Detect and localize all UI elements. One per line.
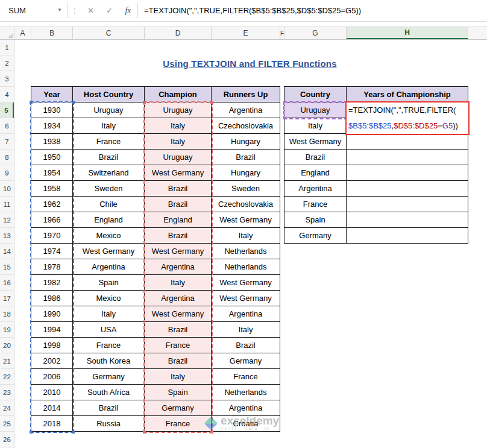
row-header-5[interactable]: 5 (0, 103, 14, 118)
cell-D20[interactable]: France (145, 338, 212, 353)
cell-D13[interactable]: Brazil (145, 228, 212, 244)
cell-B8[interactable]: 1950 (31, 150, 73, 165)
cell-E10[interactable]: Sweden (212, 181, 280, 197)
cell-G7[interactable]: West Germany (284, 134, 347, 150)
cell-E6[interactable]: Czechoslovakia (212, 118, 280, 134)
row-header-19[interactable]: 19 (0, 322, 14, 338)
name-box-dropdown-icon[interactable]: ▼ (57, 7, 62, 13)
cell-B17[interactable]: 1986 (31, 291, 73, 306)
row-header-14[interactable]: 14 (0, 244, 14, 259)
cell-C16[interactable]: Spain (73, 275, 145, 291)
row-header-18[interactable]: 18 (0, 306, 14, 322)
formula-input[interactable]: =TEXTJOIN(",",TRUE,FILTER($B$5:$B$25,$D$… (138, 0, 487, 21)
cell-C25[interactable]: Russia (73, 416, 145, 432)
cell-C23[interactable]: South Africa (73, 385, 145, 400)
column-header-G[interactable]: G (284, 27, 347, 39)
row-header-9[interactable]: 9 (0, 165, 14, 181)
cell-E9[interactable]: Hungary (212, 165, 280, 181)
cell-C6[interactable]: Italy (73, 118, 145, 134)
row-header-4[interactable]: 4 (0, 87, 14, 103)
cell-D6[interactable]: Italy (145, 118, 212, 134)
cell-D11[interactable]: Brazil (145, 197, 212, 212)
cell-G9[interactable]: England (284, 165, 347, 181)
cell-H8[interactable] (347, 150, 468, 165)
row-header-10[interactable]: 10 (0, 181, 14, 197)
cell-E23[interactable]: Netherlands (212, 385, 280, 400)
cell-E19[interactable]: Italy (212, 322, 280, 338)
row-header-23[interactable]: 23 (0, 385, 14, 400)
worksheet-title[interactable]: Using TEXTJOIN and FILTER Functions (31, 55, 468, 71)
cell-D17[interactable]: Argentina (145, 291, 212, 306)
cell-D23[interactable]: Spain (145, 385, 212, 400)
row-header-12[interactable]: 12 (0, 212, 14, 228)
cell-E12[interactable]: West Germany (212, 212, 280, 228)
row-header-2[interactable]: 2 (0, 55, 14, 71)
cell-C20[interactable]: France (73, 338, 145, 353)
cell-B20[interactable]: 1998 (31, 338, 73, 353)
cell-G13[interactable]: Germany (284, 228, 347, 244)
column-header-H[interactable]: H (347, 27, 468, 39)
cell-B21[interactable]: 2002 (31, 353, 73, 369)
cell-E16[interactable]: West Germany (212, 275, 280, 291)
cell-B19[interactable]: 1994 (31, 322, 73, 338)
cell-C24[interactable]: Brazil (73, 400, 145, 416)
column-header-B[interactable]: B (31, 27, 73, 39)
row-header-24[interactable]: 24 (0, 400, 14, 416)
cell-E20[interactable]: Brazil (212, 338, 280, 353)
cell-H7[interactable] (347, 134, 468, 150)
cell-E18[interactable]: Argentina (212, 306, 280, 322)
cell-C14[interactable]: West Germany (73, 244, 145, 259)
main-table-header-runners-up[interactable]: Runners Up (212, 87, 280, 103)
cell-D19[interactable]: Brazil (145, 322, 212, 338)
cell-E15[interactable]: Netherlands (212, 259, 280, 275)
cell-D7[interactable]: Italy (145, 134, 212, 150)
cell-E7[interactable]: Hungary (212, 134, 280, 150)
cell-E21[interactable]: Germany (212, 353, 280, 369)
cell-C13[interactable]: Mexico (73, 228, 145, 244)
cell-C5[interactable]: Uruguay (73, 103, 145, 118)
cell-C19[interactable]: USA (73, 322, 145, 338)
cell-H9[interactable] (347, 165, 468, 181)
cell-H12[interactable] (347, 212, 468, 228)
cell-B10[interactable]: 1958 (31, 181, 73, 197)
cell-H11[interactable] (347, 197, 468, 212)
row-header-6[interactable]: 6 (0, 118, 14, 134)
cell-B12[interactable]: 1966 (31, 212, 73, 228)
cell-E22[interactable]: France (212, 369, 280, 385)
cell-G10[interactable]: Argentina (284, 181, 347, 197)
cell-G12[interactable]: Spain (284, 212, 347, 228)
cell-C8[interactable]: Brazil (73, 150, 145, 165)
cell-D12[interactable]: England (145, 212, 212, 228)
cell-C9[interactable]: Switzerland (73, 165, 145, 181)
cell-D18[interactable]: West Germany (145, 306, 212, 322)
column-header-E[interactable]: E (212, 27, 280, 39)
enter-button[interactable]: ✓ (100, 0, 119, 21)
name-box[interactable]: SUM ▼ (0, 0, 68, 21)
cell-C15[interactable]: Argentina (73, 259, 145, 275)
cell-C17[interactable]: Mexico (73, 291, 145, 306)
result-table-header-years[interactable]: Years of Championship (347, 87, 468, 103)
cell-H10[interactable] (347, 181, 468, 197)
cell-D22[interactable]: Italy (145, 369, 212, 385)
cell-E14[interactable]: Netherlands (212, 244, 280, 259)
cell-C7[interactable]: France (73, 134, 145, 150)
cell-G6[interactable]: Italy (284, 118, 347, 134)
cell-B18[interactable]: 1990 (31, 306, 73, 322)
cell-B25[interactable]: 2018 (31, 416, 73, 432)
cell-C21[interactable]: South Korea (73, 353, 145, 369)
column-header-C[interactable]: C (73, 27, 145, 39)
cell-C22[interactable]: Germany (73, 369, 145, 385)
row-header-11[interactable]: 11 (0, 197, 14, 212)
cell-C11[interactable]: Chile (73, 197, 145, 212)
result-table-header-country[interactable]: Country (284, 87, 347, 103)
cell-G8[interactable]: Brazil (284, 150, 347, 165)
cell-B15[interactable]: 1978 (31, 259, 73, 275)
row-header-26[interactable]: 26 (0, 432, 14, 447)
cell-B23[interactable]: 2010 (31, 385, 73, 400)
row-header-21[interactable]: 21 (0, 353, 14, 369)
cell-B6[interactable]: 1934 (31, 118, 73, 134)
row-header-20[interactable]: 20 (0, 338, 14, 353)
column-header-F[interactable]: F (280, 27, 284, 39)
cell-B5[interactable]: 1930 (31, 103, 73, 118)
cell-E13[interactable]: Italy (212, 228, 280, 244)
